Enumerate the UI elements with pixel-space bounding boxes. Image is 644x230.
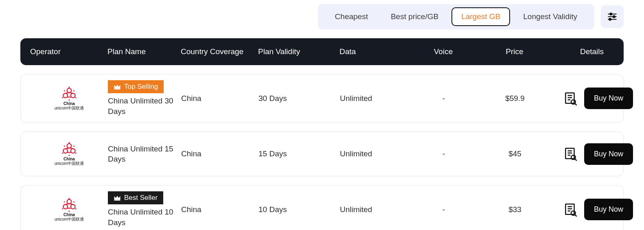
svg-line-42 <box>575 159 577 161</box>
plan-name: China Unlimited 30 Days <box>108 96 181 116</box>
svg-point-51 <box>75 208 77 209</box>
svg-rect-18 <box>114 89 120 90</box>
plan-badge: Top Selling <box>108 80 164 93</box>
validity-cell: 15 Days <box>258 149 340 158</box>
svg-point-12 <box>68 87 70 88</box>
svg-point-31 <box>68 142 70 143</box>
svg-point-17 <box>68 99 70 101</box>
data-cell: Unlimited <box>340 205 409 214</box>
svg-line-28 <box>66 148 69 149</box>
country-cell: China <box>181 94 258 103</box>
svg-line-9 <box>66 92 69 93</box>
filter-tab-largest-gb[interactable]: Largest GB <box>451 7 510 26</box>
col-country: Country Coverage <box>181 47 258 56</box>
col-details: Details <box>551 47 633 56</box>
svg-line-24 <box>575 103 577 105</box>
plan-cell: Best SellerChina Unlimited 10 Days <box>108 191 181 228</box>
validity-cell: 10 Days <box>258 205 340 214</box>
svg-point-13 <box>62 97 63 98</box>
svg-point-36 <box>68 155 70 156</box>
svg-line-61 <box>575 215 577 217</box>
svg-point-27 <box>71 149 75 153</box>
data-cell: Unlimited <box>340 149 409 158</box>
details-cell: Buy Now <box>552 143 633 165</box>
table-row: Chinaunicom中国联通China Unlimited 15 DaysCh… <box>20 131 624 176</box>
svg-point-5 <box>609 18 611 20</box>
details-icon[interactable] <box>564 147 578 161</box>
operator-logo-text: Chinaunicom中国联通 <box>55 212 84 221</box>
svg-point-33 <box>75 153 77 154</box>
plan-name: China Unlimited 15 Days <box>108 144 181 164</box>
plan-badge-text: Best Seller <box>124 194 158 202</box>
data-cell: Unlimited <box>340 94 409 103</box>
svg-point-3 <box>613 16 615 18</box>
svg-point-34 <box>64 146 65 147</box>
svg-point-15 <box>64 90 65 91</box>
operator-logo: Chinaunicom中国联通 <box>49 142 90 166</box>
svg-point-7 <box>63 93 68 98</box>
voice-cell: - <box>409 149 478 158</box>
buy-now-button[interactable]: Buy Now <box>584 143 633 165</box>
svg-line-29 <box>69 148 73 149</box>
svg-point-45 <box>71 204 75 209</box>
svg-point-49 <box>68 198 70 199</box>
price-cell: $33 <box>478 205 552 214</box>
filter-tab-cheapest[interactable]: Cheapest <box>325 7 378 26</box>
svg-line-46 <box>66 204 69 205</box>
voice-cell: - <box>409 94 478 103</box>
filter-tab-longest-validity[interactable]: Longest Validity <box>513 7 587 26</box>
country-cell: China <box>181 205 258 214</box>
svg-point-6 <box>67 88 72 93</box>
svg-rect-55 <box>114 200 120 201</box>
operator-logo: Chinaunicom中国联通 <box>49 86 90 111</box>
operator-logo: Chinaunicom中国联通 <box>49 197 90 222</box>
table-header: Operator Plan Name Country Coverage Plan… <box>20 38 624 65</box>
plan-badge-text: Top Selling <box>124 83 158 91</box>
price-cell: $45 <box>478 149 552 158</box>
svg-line-10 <box>69 92 73 93</box>
operator-cell: Chinaunicom中国联通 <box>31 86 108 111</box>
country-cell: China <box>181 149 258 158</box>
details-icon[interactable] <box>564 92 578 105</box>
table-row: Chinaunicom中国联通Best SellerChina Unlimite… <box>20 185 624 230</box>
svg-point-25 <box>67 144 72 148</box>
operator-logo-text: Chinaunicom中国联通 <box>55 157 84 166</box>
plan-name: China Unlimited 10 Days <box>108 207 181 228</box>
svg-point-44 <box>63 204 68 209</box>
svg-point-16 <box>73 90 74 91</box>
price-cell: $59.9 <box>478 94 552 103</box>
plan-cell: Top SellingChina Unlimited 30 Days <box>108 80 181 116</box>
operator-logo-text: Chinaunicom中国联通 <box>55 101 84 110</box>
col-plan-name: Plan Name <box>107 47 181 56</box>
voice-cell: - <box>409 205 478 214</box>
svg-point-8 <box>71 93 75 98</box>
svg-line-47 <box>69 204 73 205</box>
svg-point-26 <box>63 149 68 153</box>
svg-point-54 <box>68 210 70 212</box>
filter-tabs: CheapestBest price/GBLargest GBLongest V… <box>318 4 594 29</box>
details-icon[interactable] <box>564 203 578 217</box>
table-row: Chinaunicom中国联通Top SellingChina Unlimite… <box>20 74 624 123</box>
buy-now-button[interactable]: Buy Now <box>584 88 633 109</box>
details-cell: Buy Now <box>552 88 633 109</box>
svg-point-1 <box>610 13 612 15</box>
settings-button[interactable] <box>601 5 624 28</box>
svg-point-53 <box>73 201 74 202</box>
col-price: Price <box>478 47 551 56</box>
buy-now-button[interactable]: Buy Now <box>584 199 633 220</box>
col-operator: Operator <box>30 47 107 56</box>
plan-cell: China Unlimited 15 Days <box>108 144 181 164</box>
svg-point-50 <box>62 208 63 209</box>
details-cell: Buy Now <box>552 199 633 220</box>
sliders-icon <box>607 11 618 22</box>
svg-point-43 <box>67 199 72 204</box>
svg-point-52 <box>64 201 65 202</box>
filter-tab-best-price-gb[interactable]: Best price/GB <box>381 7 448 26</box>
operator-cell: Chinaunicom中国联通 <box>31 197 108 222</box>
svg-point-32 <box>62 153 63 154</box>
svg-point-14 <box>75 97 77 98</box>
validity-cell: 30 Days <box>258 94 340 103</box>
col-validity: Plan Validity <box>258 47 340 56</box>
plan-badge: Best Seller <box>108 191 163 204</box>
col-data: Data <box>340 47 409 56</box>
